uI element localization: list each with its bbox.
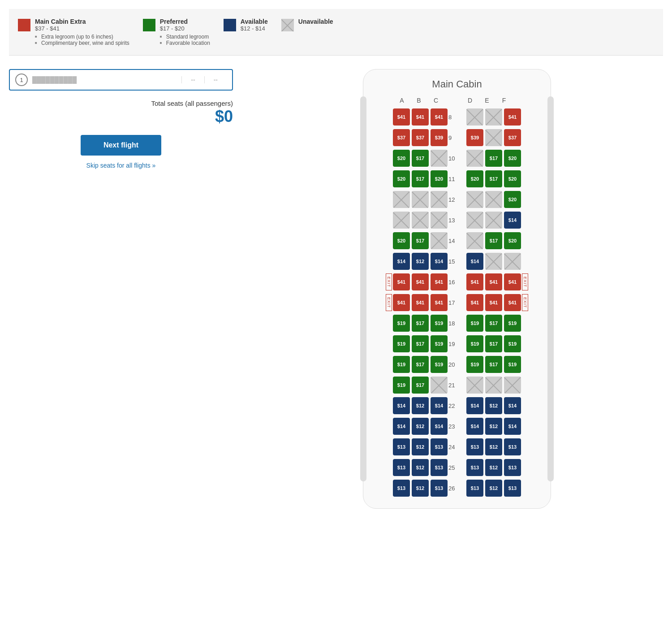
seat-14B[interactable]: $17 xyxy=(412,232,429,249)
seat-24E[interactable]: $12 xyxy=(485,438,502,455)
seat-15A[interactable]: $14 xyxy=(393,253,410,270)
seat-20D[interactable]: $19 xyxy=(466,356,483,373)
seat-25B[interactable]: $12 xyxy=(412,459,429,476)
seat-11C[interactable]: $20 xyxy=(431,170,448,187)
seat-20F[interactable]: $19 xyxy=(504,356,521,373)
seat-25F[interactable]: $13 xyxy=(504,459,521,476)
seat-17C[interactable]: $41 xyxy=(431,294,448,311)
seat-15E xyxy=(485,253,502,270)
seat-24B[interactable]: $12 xyxy=(412,438,429,455)
seat-17D[interactable]: $41 xyxy=(466,294,483,311)
seat-9D[interactable]: $39 xyxy=(466,129,483,146)
seat-24F[interactable]: $13 xyxy=(504,438,521,455)
seat-26E[interactable]: $12 xyxy=(485,480,502,497)
seat-22E[interactable]: $12 xyxy=(485,397,502,414)
seat-11F[interactable]: $20 xyxy=(504,170,521,187)
seat-25A[interactable]: $13 xyxy=(393,459,410,476)
next-flight-button[interactable]: Next flight xyxy=(81,135,161,156)
seat-19A[interactable]: $19 xyxy=(393,335,410,352)
seat-13F[interactable]: $14 xyxy=(504,212,521,229)
seat-17F[interactable]: $41 xyxy=(504,294,521,311)
seat-8B[interactable]: $41 xyxy=(412,108,429,126)
seat-20B[interactable]: $17 xyxy=(412,356,429,373)
seat-10B[interactable]: $17 xyxy=(412,150,429,167)
seat-26B[interactable]: $12 xyxy=(412,480,429,497)
seat-26C[interactable]: $13 xyxy=(431,480,448,497)
seat-26F[interactable]: $13 xyxy=(504,480,521,497)
seat-9B[interactable]: $37 xyxy=(412,129,429,146)
seat-16D[interactable]: $41 xyxy=(466,273,483,290)
seat-19B[interactable]: $17 xyxy=(412,335,429,352)
seat-8F[interactable]: $41 xyxy=(504,108,521,126)
seat-9C[interactable]: $39 xyxy=(431,129,448,146)
seat-10E[interactable]: $17 xyxy=(485,150,502,167)
seat-18B[interactable]: $17 xyxy=(412,315,429,332)
seat-17A[interactable]: $41 xyxy=(393,294,410,311)
seat-24C[interactable]: $13 xyxy=(431,438,448,455)
seat-18E[interactable]: $17 xyxy=(485,315,502,332)
seat-16C[interactable]: $41 xyxy=(431,273,448,290)
seat-17E[interactable]: $41 xyxy=(485,294,502,311)
seat-24A[interactable]: $13 xyxy=(393,438,410,455)
seat-18D[interactable]: $19 xyxy=(466,315,483,332)
seat-22B[interactable]: $12 xyxy=(412,397,429,414)
seat-8A[interactable]: $41 xyxy=(393,108,410,126)
seat-14A[interactable]: $20 xyxy=(393,232,410,249)
seat-23E[interactable]: $12 xyxy=(485,418,502,435)
seat-11B[interactable]: $17 xyxy=(412,170,429,187)
seat-17B[interactable]: $41 xyxy=(412,294,429,311)
seat-22F[interactable]: $14 xyxy=(504,397,521,414)
skip-seats-link[interactable]: Skip seats for all flights » xyxy=(9,162,233,169)
seat-11E[interactable]: $17 xyxy=(485,170,502,187)
seat-15B[interactable]: $12 xyxy=(412,253,429,270)
aisle-26: 26 xyxy=(448,485,465,492)
seat-10F[interactable]: $20 xyxy=(504,150,521,167)
seat-14E[interactable]: $17 xyxy=(485,232,502,249)
row-number-25: 25 xyxy=(448,464,455,471)
seat-19C[interactable]: $19 xyxy=(431,335,448,352)
seat-21B[interactable]: $17 xyxy=(412,377,429,394)
seat-12F[interactable]: $20 xyxy=(504,191,521,208)
seat-11A[interactable]: $20 xyxy=(393,170,410,187)
seat-21A[interactable]: $19 xyxy=(393,377,410,394)
seat-16B[interactable]: $41 xyxy=(412,273,429,290)
seat-18C[interactable]: $19 xyxy=(431,315,448,332)
seat-11D[interactable]: $20 xyxy=(466,170,483,187)
seat-18F[interactable]: $19 xyxy=(504,315,521,332)
seat-15C[interactable]: $14 xyxy=(431,253,448,270)
seat-14F[interactable]: $20 xyxy=(504,232,521,249)
seat-12B xyxy=(412,191,429,208)
seat-20E[interactable]: $17 xyxy=(485,356,502,373)
seat-9F[interactable]: $37 xyxy=(504,129,521,146)
seat-22D[interactable]: $14 xyxy=(466,397,483,414)
seat-16F[interactable]: $41 xyxy=(504,273,521,290)
seat-20A[interactable]: $19 xyxy=(393,356,410,373)
seat-23D[interactable]: $14 xyxy=(466,418,483,435)
seat-25E[interactable]: $12 xyxy=(485,459,502,476)
seat-26D[interactable]: $13 xyxy=(466,480,483,497)
seat-22A[interactable]: $14 xyxy=(393,397,410,414)
seat-15D[interactable]: $14 xyxy=(466,253,483,270)
seat-23F[interactable]: $14 xyxy=(504,418,521,435)
seat-19F[interactable]: $19 xyxy=(504,335,521,352)
seat-18A[interactable]: $19 xyxy=(393,315,410,332)
seat-22C[interactable]: $14 xyxy=(431,397,448,414)
seat-19E[interactable]: $17 xyxy=(485,335,502,352)
seat-8C[interactable]: $41 xyxy=(431,108,448,126)
seat-16E[interactable]: $41 xyxy=(485,273,502,290)
seat-19D[interactable]: $19 xyxy=(466,335,483,352)
seat-26A[interactable]: $13 xyxy=(393,480,410,497)
seat-24D[interactable]: $13 xyxy=(466,438,483,455)
row-number-13: 13 xyxy=(448,217,455,224)
seat-9A[interactable]: $37 xyxy=(393,129,410,146)
seat-25C[interactable]: $13 xyxy=(431,459,448,476)
seat-10A[interactable]: $20 xyxy=(393,150,410,167)
aisle-23: 23 xyxy=(448,423,465,430)
exit-label-left-17: EXIT xyxy=(386,294,392,311)
seat-16A[interactable]: $41 xyxy=(393,273,410,290)
seat-20C[interactable]: $19 xyxy=(431,356,448,373)
seat-23B[interactable]: $12 xyxy=(412,418,429,435)
seat-25D[interactable]: $13 xyxy=(466,459,483,476)
seat-23A[interactable]: $14 xyxy=(393,418,410,435)
seat-23C[interactable]: $14 xyxy=(431,418,448,435)
